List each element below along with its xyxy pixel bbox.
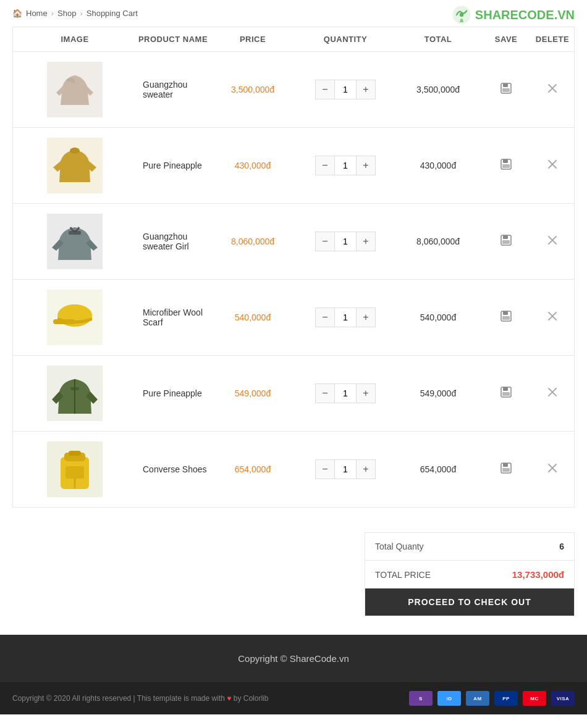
product-name: Microfiber Wool Scarf	[143, 308, 209, 327]
col-price: PRICE	[209, 35, 296, 44]
save-icon	[500, 386, 512, 398]
amex-icon: AM	[466, 691, 489, 706]
save-cell	[481, 82, 531, 98]
product-qty-cell: − +	[296, 308, 395, 327]
save-button[interactable]	[500, 310, 512, 325]
quantity-input[interactable]	[334, 460, 357, 479]
breadcrumb-sep2: ›	[80, 9, 82, 18]
save-icon	[500, 82, 512, 94]
close-icon	[547, 159, 558, 170]
save-button[interactable]	[500, 234, 512, 249]
total-price-label: TOTAL PRICE	[375, 570, 431, 580]
save-button[interactable]	[500, 386, 512, 401]
product-price-cell: 430,000đ	[209, 161, 296, 170]
product-name: Guangzhou sweater Girl	[143, 232, 209, 251]
breadcrumb-shop[interactable]: Shop	[57, 9, 76, 18]
product-price: 8,060,000đ	[231, 236, 274, 246]
quantity-control: − +	[315, 383, 376, 403]
qty-increase-button[interactable]: +	[357, 156, 375, 175]
product-image-cell	[13, 138, 137, 193]
col-save: SAVE	[481, 35, 531, 44]
qty-decrease-button[interactable]: −	[316, 308, 334, 327]
product-name-cell: Microfiber Wool Scarf	[137, 308, 209, 327]
footer-copyright: Copyright © ShareCode.vn	[238, 653, 348, 664]
close-icon	[547, 387, 558, 398]
product-price-cell: 654,000đ	[209, 464, 296, 474]
qty-increase-button[interactable]: +	[357, 308, 375, 327]
logo: SHARECODE.VN	[452, 5, 575, 25]
qty-decrease-button[interactable]: −	[316, 460, 334, 479]
quantity-control: − +	[315, 308, 376, 327]
quantity-input[interactable]	[334, 308, 357, 327]
col-total: TOTAL	[395, 35, 481, 44]
visa-icon: VISA	[551, 691, 575, 706]
delete-button[interactable]	[547, 311, 558, 325]
product-image-cell	[13, 214, 137, 269]
qty-decrease-button[interactable]: −	[316, 156, 334, 175]
product-image	[47, 290, 103, 345]
qty-decrease-button[interactable]: −	[316, 384, 334, 403]
cart-table: IMAGE PRODUCT NAME PRICE QUANTITY TOTAL …	[12, 27, 575, 508]
footer-bottom: Copyright © 2020 All rights reserved | T…	[0, 682, 587, 714]
product-qty-cell: − +	[296, 80, 395, 99]
mastercard-icon: MC	[523, 691, 546, 706]
col-image: IMAGE	[13, 35, 137, 44]
delete-button[interactable]	[547, 235, 558, 249]
logo-icon	[452, 5, 471, 25]
product-price: 540,000đ	[235, 312, 271, 322]
product-total: 3,500,000đ	[416, 85, 460, 94]
delete-button[interactable]	[547, 83, 558, 97]
product-qty-cell: − +	[296, 232, 395, 251]
table-row: Guangzhou sweater Girl 8,060,000đ − + 8,…	[13, 204, 574, 280]
product-image	[47, 366, 103, 421]
qty-increase-button[interactable]: +	[357, 460, 375, 479]
quantity-control: − +	[315, 459, 376, 479]
delete-button[interactable]	[547, 387, 558, 401]
product-name: Guangzhou sweater	[143, 80, 209, 99]
svg-rect-11	[503, 159, 508, 163]
quantity-input[interactable]	[334, 232, 357, 251]
save-button[interactable]	[500, 158, 512, 174]
product-qty-cell: − +	[296, 156, 395, 175]
svg-rect-36	[502, 392, 510, 396]
col-delete: DELETE	[531, 35, 574, 44]
delete-cell	[531, 159, 574, 173]
quantity-input[interactable]	[334, 384, 357, 403]
checkout-button[interactable]: PROCEED TO CHECK OUT	[365, 588, 574, 616]
qty-increase-button[interactable]: +	[357, 80, 375, 99]
product-total: 430,000đ	[420, 161, 456, 170]
product-qty-cell: − +	[296, 383, 395, 403]
total-qty-row: Total Quanty 6	[365, 533, 574, 561]
col-product-name: PRODUCT NAME	[137, 35, 209, 44]
qty-decrease-button[interactable]: −	[316, 80, 334, 99]
delete-button[interactable]	[547, 159, 558, 173]
breadcrumb-home[interactable]: Home	[26, 9, 48, 18]
qty-increase-button[interactable]: +	[357, 384, 375, 403]
delete-button[interactable]	[547, 462, 558, 477]
summary-area: Total Quanty 6 TOTAL PRICE 13,733,000đ P…	[0, 520, 587, 635]
svg-rect-24	[65, 304, 84, 318]
svg-rect-28	[502, 316, 510, 320]
product-total: 540,000đ	[420, 312, 456, 322]
quantity-input[interactable]	[334, 80, 357, 99]
svg-point-1	[460, 13, 463, 17]
quantity-input[interactable]	[334, 156, 357, 175]
save-button[interactable]	[500, 82, 512, 98]
save-button[interactable]	[500, 462, 512, 477]
delete-cell	[531, 235, 574, 249]
product-price-cell: 540,000đ	[209, 312, 296, 322]
qty-decrease-button[interactable]: −	[316, 232, 334, 251]
close-icon	[547, 311, 558, 322]
product-image	[47, 138, 103, 193]
svg-rect-5	[502, 88, 510, 92]
product-name-cell: Guangzhou sweater Girl	[137, 232, 209, 251]
total-price-value: 13,733,000đ	[512, 569, 564, 580]
product-price: 654,000đ	[235, 464, 271, 474]
qty-increase-button[interactable]: +	[357, 232, 375, 251]
product-total-cell: 540,000đ	[395, 312, 481, 322]
svg-rect-47	[502, 468, 510, 472]
table-row: Pure Pineapple 430,000đ − + 430,000đ	[13, 128, 574, 204]
close-icon	[547, 235, 558, 246]
save-icon	[500, 310, 512, 322]
cart-header: IMAGE PRODUCT NAME PRICE QUANTITY TOTAL …	[13, 27, 574, 52]
